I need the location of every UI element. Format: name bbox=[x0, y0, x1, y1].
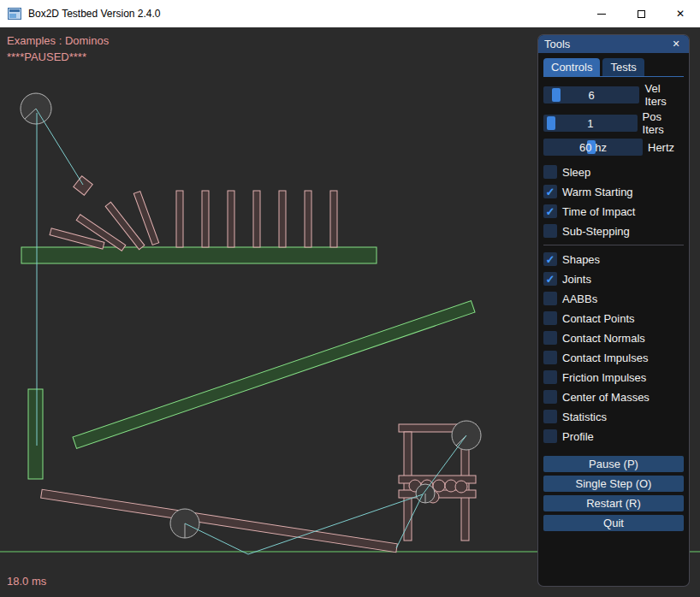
frame-time-label: 18.0 ms bbox=[7, 575, 46, 588]
checkbox-label: Time of Impact bbox=[562, 205, 635, 218]
checkbox-label: Sub-Stepping bbox=[562, 225, 630, 238]
tilted-plank bbox=[41, 489, 398, 552]
checkbox-box bbox=[543, 331, 557, 345]
checkbox-box: ✓ bbox=[543, 204, 557, 218]
checkbox-label: Friction Impulses bbox=[562, 371, 646, 384]
single-step-button[interactable]: Single Step (O) bbox=[543, 476, 684, 492]
maximize-icon bbox=[638, 10, 645, 18]
slider-label: Hertz bbox=[648, 141, 674, 154]
check-icon: ✓ bbox=[546, 206, 555, 217]
close-icon: ✕ bbox=[676, 9, 685, 19]
checkbox-profile[interactable]: Profile bbox=[543, 429, 684, 443]
checkbox-sub-stepping[interactable]: Sub-Stepping bbox=[543, 224, 684, 238]
app-icon bbox=[8, 8, 21, 20]
checkbox-aabbs[interactable]: AABBs bbox=[543, 292, 684, 305]
pendulum-weight bbox=[74, 176, 92, 195]
tab-controls[interactable]: Controls bbox=[543, 58, 600, 76]
checkbox-box bbox=[543, 311, 557, 325]
checkbox-label: Contact Impulses bbox=[562, 352, 648, 364]
tab-bar: Controls Tests bbox=[543, 58, 684, 77]
checkbox-warm-starting[interactable]: ✓ Warm Starting bbox=[543, 185, 684, 198]
checkbox-center-of-masses[interactable]: Center of Masses bbox=[543, 390, 684, 404]
checkbox-box bbox=[543, 390, 557, 404]
minimize-icon bbox=[597, 14, 606, 15]
vel-iters-row: 6 Vel Iters bbox=[543, 82, 684, 108]
checkbox-label: Center of Masses bbox=[562, 391, 650, 404]
restart-button[interactable]: Restart (R) bbox=[543, 495, 684, 511]
app-window: Box2D Testbed Version 2.4.0 ✕ bbox=[0, 0, 700, 597]
simulation-canvas[interactable]: Examples : Dominos ****PAUSED**** 18.0 m… bbox=[0, 27, 700, 597]
close-button[interactable]: ✕ bbox=[661, 0, 700, 27]
checkbox-shapes[interactable]: ✓ Shapes bbox=[543, 252, 684, 266]
check-icon: ✓ bbox=[546, 274, 555, 285]
os-titlebar[interactable]: Box2D Testbed Version 2.4.0 ✕ bbox=[0, 0, 700, 27]
checkbox-sleep[interactable]: Sleep bbox=[543, 165, 684, 179]
checkbox-label: Joints bbox=[562, 273, 591, 286]
checkbox-box: ✓ bbox=[543, 252, 557, 266]
hertz-row: 60 hz Hertz bbox=[543, 139, 684, 156]
panel-title-text: Tools bbox=[544, 38, 570, 50]
slider-value: 1 bbox=[543, 115, 638, 132]
checkbox-statistics[interactable]: Statistics bbox=[543, 410, 684, 423]
check-icon: ✓ bbox=[546, 186, 555, 198]
separator bbox=[543, 245, 684, 245]
dominos bbox=[50, 191, 337, 251]
checkbox-label: Sleep bbox=[562, 166, 590, 179]
tab-tests[interactable]: Tests bbox=[602, 58, 644, 76]
checkbox-contact-impulses[interactable]: Contact Impulses bbox=[543, 351, 684, 364]
checkbox-box bbox=[543, 165, 557, 179]
checkbox-box: ✓ bbox=[543, 272, 557, 286]
checkbox-label: Contact Points bbox=[562, 312, 635, 325]
checkbox-contact-points[interactable]: Contact Points bbox=[543, 311, 684, 325]
checkbox-box bbox=[543, 224, 557, 238]
pos-iters-slider[interactable]: 1 bbox=[543, 115, 638, 132]
checkbox-box bbox=[543, 370, 557, 384]
checkbox-box bbox=[543, 410, 557, 423]
buttons-block: Pause (P) Single Step (O) Restart (R) Qu… bbox=[543, 456, 684, 535]
example-label: Examples : Dominos bbox=[7, 34, 109, 47]
vertical-column bbox=[28, 389, 43, 479]
checkbox-label: Statistics bbox=[562, 411, 607, 423]
checkbox-label: Warm Starting bbox=[562, 186, 633, 198]
checkbox-contact-normals[interactable]: Contact Normals bbox=[543, 331, 684, 345]
quit-button[interactable]: Quit bbox=[543, 515, 684, 531]
panel-close-icon[interactable]: ✕ bbox=[669, 38, 683, 51]
tools-panel-titlebar[interactable]: Tools ✕ bbox=[538, 35, 689, 53]
minimize-button[interactable] bbox=[582, 0, 621, 27]
check-icon: ✓ bbox=[546, 254, 555, 265]
checkbox-box bbox=[543, 292, 557, 305]
slider-value: 6 bbox=[543, 86, 639, 103]
checkbox-box bbox=[543, 351, 557, 364]
checkbox-label: AABBs bbox=[562, 293, 597, 305]
checkbox-label: Profile bbox=[562, 430, 594, 443]
slider-label: Pos Iters bbox=[643, 110, 684, 136]
window-title: Box2D Testbed Version 2.4.0 bbox=[28, 8, 582, 20]
tools-panel: Tools ✕ Controls Tests 6 Vel Iters bbox=[537, 34, 690, 587]
checkbox-label: Contact Normals bbox=[562, 332, 645, 345]
checkbox-box: ✓ bbox=[543, 185, 557, 198]
domino-platform bbox=[21, 247, 377, 263]
maximize-button[interactable] bbox=[621, 0, 661, 27]
slider-label: Vel Iters bbox=[644, 82, 684, 108]
checkbox-box bbox=[543, 429, 557, 443]
sliders-block: 6 Vel Iters 1 Pos Iters bbox=[543, 82, 684, 158]
tools-panel-body: Controls Tests 6 Vel Iters 1 bbox=[538, 53, 689, 586]
checkbox-time-of-impact[interactable]: ✓ Time of Impact bbox=[543, 204, 684, 218]
checkbox-joints[interactable]: ✓ Joints bbox=[543, 272, 684, 286]
slider-value: 60 hz bbox=[543, 139, 643, 156]
paused-label: ****PAUSED**** bbox=[7, 50, 86, 63]
hertz-slider[interactable]: 60 hz bbox=[543, 139, 643, 156]
pause-button[interactable]: Pause (P) bbox=[543, 456, 684, 472]
pos-iters-row: 1 Pos Iters bbox=[543, 110, 684, 136]
vel-iters-slider[interactable]: 6 bbox=[543, 86, 639, 103]
checkbox-label: Shapes bbox=[562, 253, 600, 266]
checkbox-friction-impulses[interactable]: Friction Impulses bbox=[543, 370, 684, 384]
